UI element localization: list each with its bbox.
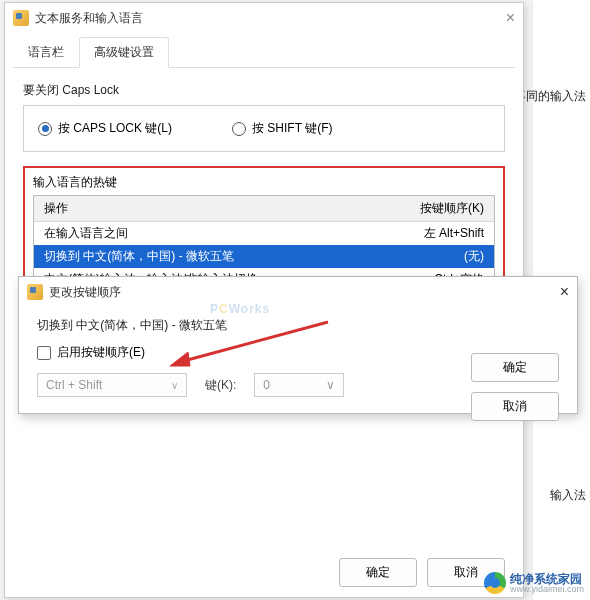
combo-value: 0: [263, 378, 270, 392]
radio-shift-key[interactable]: 按 SHIFT 键(F): [232, 120, 332, 137]
checkbox-icon: [37, 346, 51, 360]
dialog-button-bar: 确定 取消: [5, 558, 523, 587]
combo-value: Ctrl + Shift: [46, 378, 102, 392]
close-icon[interactable]: ×: [560, 283, 569, 301]
hotkey-table-header: 操作 按键顺序(K): [34, 196, 494, 222]
titlebar: 更改按键顺序 ×: [19, 277, 577, 307]
app-icon: [13, 10, 29, 26]
cell-keys: (无): [374, 248, 484, 265]
close-icon[interactable]: ×: [506, 9, 515, 27]
tab-advanced-keys[interactable]: 高级键设置: [79, 37, 169, 68]
bg-text-fragment: 不同的输入法: [514, 88, 586, 105]
cell-action: 在输入语言之间: [44, 225, 374, 242]
cell-keys: 左 Alt+Shift: [374, 225, 484, 242]
col-keys: 按键顺序(K): [374, 200, 484, 217]
dialog-button-bar: 确定 取消: [471, 353, 559, 421]
ok-button[interactable]: 确定: [471, 353, 559, 382]
chevron-down-icon: ∨: [171, 380, 178, 391]
capslock-group: 按 CAPS LOCK 键(L) 按 SHIFT 键(F): [23, 105, 505, 152]
radio-dot-icon: [232, 122, 246, 136]
titlebar: 文本服务和输入语言 ×: [5, 3, 523, 33]
tab-bar: 语言栏 高级键设置: [13, 37, 515, 68]
chevron-down-icon: ∨: [326, 378, 335, 392]
cell-action: 切换到 中文(简体，中国) - 微软五笔: [44, 248, 374, 265]
dialog-title: 文本服务和输入语言: [35, 10, 506, 27]
switch-to-label: 切换到 中文(简体，中国) - 微软五笔: [37, 317, 559, 334]
key-label: 键(K):: [205, 377, 236, 394]
radio-capslock-key[interactable]: 按 CAPS LOCK 键(L): [38, 120, 172, 137]
dialog-title: 更改按键顺序: [49, 284, 560, 301]
dialog-content: 切换到 中文(简体，中国) - 微软五笔 启用按键顺序(E) Ctrl + Sh…: [19, 307, 577, 413]
ok-button[interactable]: 确定: [339, 558, 417, 587]
table-row[interactable]: 在输入语言之间 左 Alt+Shift: [34, 222, 494, 245]
tab-language-bar[interactable]: 语言栏: [13, 37, 79, 68]
cancel-button[interactable]: 取消: [471, 392, 559, 421]
brand-name: 纯净系统家园: [510, 573, 584, 585]
key-combo[interactable]: 0 ∨: [254, 373, 344, 397]
change-key-sequence-dialog: 更改按键顺序 × 切换到 中文(简体，中国) - 微软五笔 启用按键顺序(E) …: [18, 276, 578, 414]
radio-label: 按 SHIFT 键(F): [252, 120, 332, 137]
bg-text-fragment: 输入法: [550, 487, 586, 504]
radio-label: 按 CAPS LOCK 键(L): [58, 120, 172, 137]
table-row[interactable]: 切换到 中文(简体，中国) - 微软五笔 (无): [34, 245, 494, 268]
modifier-combo[interactable]: Ctrl + Shift ∨: [37, 373, 187, 397]
checkbox-label: 启用按键顺序(E): [57, 344, 145, 361]
radio-dot-icon: [38, 122, 52, 136]
branding-logo: 纯净系统家园 www.yidaimei.com: [484, 572, 584, 594]
app-icon: [27, 284, 43, 300]
capslock-group-label: 要关闭 Caps Lock: [23, 82, 505, 99]
col-action: 操作: [44, 200, 374, 217]
logo-icon: [484, 572, 506, 594]
hotkey-group-label: 输入语言的热键: [33, 174, 495, 191]
brand-url: www.yidaimei.com: [510, 585, 584, 594]
